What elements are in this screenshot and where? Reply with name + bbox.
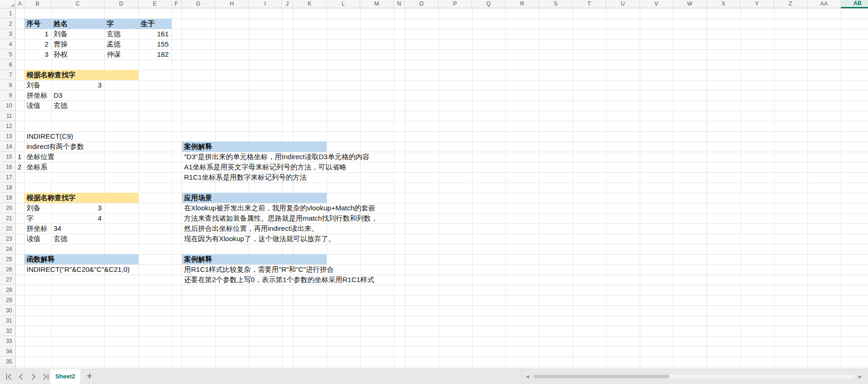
cell-G21[interactable]: 方法来查找诸如装备属性。思路就是用match找到行数和列数，: [182, 213, 378, 223]
cell-B23[interactable]: 读值: [24, 234, 41, 244]
previous-sheet-button[interactable]: [18, 373, 25, 380]
column-header-AB[interactable]: AB: [841, 0, 868, 8]
cell-G26[interactable]: 用R1C1样式比较复杂，需要用"R"和"C"进行拼合: [182, 264, 334, 275]
row-header-19[interactable]: 19: [0, 193, 16, 203]
column-header-R[interactable]: R: [506, 0, 539, 8]
column-header-U[interactable]: U: [606, 0, 640, 8]
row-header-31[interactable]: 31: [0, 316, 16, 326]
row-header-25[interactable]: 25: [0, 254, 16, 264]
row-header-17[interactable]: 17: [0, 172, 16, 182]
row-header-23[interactable]: 23: [0, 234, 16, 244]
column-header-K[interactable]: K: [293, 0, 327, 8]
row-header-26[interactable]: 26: [0, 264, 16, 275]
cell-C10[interactable]: 玄德: [51, 101, 68, 111]
row-header-13[interactable]: 13: [0, 131, 16, 141]
last-sheet-button[interactable]: [42, 373, 49, 380]
row-header-8[interactable]: 8: [0, 80, 16, 90]
cell-G20[interactable]: 在Xlookup被开发出来之前，我用复杂的vlookup+Match的套嵌: [182, 203, 376, 213]
cell-C21[interactable]: 4: [51, 213, 104, 223]
cell-D5[interactable]: 仲谋: [104, 49, 121, 60]
row-header-34[interactable]: 34: [0, 346, 16, 357]
next-sheet-button[interactable]: [30, 373, 37, 380]
cell-E2[interactable]: 生于: [138, 19, 155, 29]
cell-C9[interactable]: D3: [51, 90, 62, 101]
row-header-18[interactable]: 18: [0, 182, 16, 193]
horizontal-scrollbar[interactable]: [532, 374, 855, 379]
row-header-21[interactable]: 21: [0, 213, 16, 223]
cell-G27[interactable]: 还要在第2个参数上写0，表示第1个参数的坐标采用R1C1样式: [182, 275, 374, 285]
cell-B2[interactable]: 序号: [24, 19, 41, 29]
row-header-4[interactable]: 4: [0, 39, 16, 49]
cell-B22[interactable]: 拼坐标: [24, 223, 48, 234]
sheet-tab-sheet2[interactable]: Sheet2: [50, 369, 80, 384]
cell-B13[interactable]: INDIRECT(C9): [24, 131, 73, 141]
row-header-22[interactable]: 22: [0, 223, 16, 234]
cell-E3[interactable]: 161: [138, 29, 171, 39]
column-header-V[interactable]: V: [640, 0, 673, 8]
column-header-AA[interactable]: AA: [807, 0, 841, 8]
column-header-Q[interactable]: Q: [472, 0, 506, 8]
row-header-33[interactable]: 33: [0, 336, 16, 346]
column-header-W[interactable]: W: [673, 0, 707, 8]
cell-C20[interactable]: 3: [51, 203, 104, 213]
cell-E5[interactable]: 182: [138, 49, 171, 60]
cell-C22[interactable]: 34: [51, 223, 62, 234]
row-header-27[interactable]: 27: [0, 275, 16, 285]
column-header-M[interactable]: M: [360, 0, 394, 8]
column-header-Z[interactable]: Z: [774, 0, 807, 8]
row-header-14[interactable]: 14: [0, 141, 16, 152]
scroll-right-arrow[interactable]: ►: [857, 373, 863, 380]
row-header-32[interactable]: 32: [0, 326, 16, 336]
row-header-2[interactable]: 2: [0, 19, 16, 29]
cell-B8[interactable]: 刘备: [24, 80, 41, 90]
row-header-5[interactable]: 5: [0, 49, 16, 60]
cell-D2[interactable]: 字: [104, 19, 114, 29]
cell-G16[interactable]: A1坐标系是用英文字母来标记列号的方法，可以省略: [182, 162, 346, 172]
cell-E4[interactable]: 155: [138, 39, 171, 49]
row-header-15[interactable]: 15: [0, 152, 16, 162]
cell-B26[interactable]: INDIRECT("R"&C20&"C"&C21,0): [24, 264, 130, 275]
horizontal-scrollbar-thumb[interactable]: [533, 375, 670, 378]
row-header-7[interactable]: 7: [0, 70, 16, 80]
cell-B15[interactable]: 坐标位置: [24, 152, 55, 162]
row-header-30[interactable]: 30: [0, 305, 16, 316]
cell-B20[interactable]: 刘备: [24, 203, 41, 213]
row-header-9[interactable]: 9: [0, 90, 16, 101]
row-header-6[interactable]: 6: [0, 60, 16, 70]
cell-D4[interactable]: 孟德: [104, 39, 121, 49]
row-header-3[interactable]: 3: [0, 29, 16, 39]
cell-G23[interactable]: 现在因为有Xlookup了，这个做法就可以放弃了。: [182, 234, 335, 244]
column-header-S[interactable]: S: [539, 0, 573, 8]
row-header-10[interactable]: 10: [0, 101, 16, 111]
cell-B14[interactable]: indirect有两个参数: [24, 141, 84, 152]
column-header-I[interactable]: I: [249, 0, 282, 8]
column-header-H[interactable]: H: [215, 0, 249, 8]
cell-B10[interactable]: 读值: [24, 101, 41, 111]
cell-G19[interactable]: 应用场景: [182, 193, 212, 203]
row-header-29[interactable]: 29: [0, 295, 16, 305]
cell-B21[interactable]: 字: [24, 213, 34, 223]
cell-C3[interactable]: 刘备: [51, 29, 68, 39]
select-all-corner[interactable]: [0, 0, 16, 8]
cell-B7[interactable]: 根据名称查找字: [24, 70, 75, 80]
column-header-O[interactable]: O: [405, 0, 438, 8]
column-header-X[interactable]: X: [707, 0, 740, 8]
cell-A15[interactable]: 1: [16, 152, 24, 162]
cell-G15[interactable]: "D3"是拼出来的单元格坐标，用Indirect读取D3单元格的内容: [182, 152, 369, 162]
column-header-E[interactable]: E: [138, 0, 171, 8]
column-header-J[interactable]: J: [282, 0, 293, 8]
cell-B9[interactable]: 拼坐标: [24, 90, 48, 101]
row-header-16[interactable]: 16: [0, 162, 16, 172]
cell-G22[interactable]: 然后拼合出坐标位置，再用indirect读出来。: [182, 223, 318, 234]
row-header-35[interactable]: 35: [0, 357, 16, 367]
column-header-D[interactable]: D: [104, 0, 138, 8]
cell-B25[interactable]: 函数解释: [24, 254, 55, 264]
row-header-1[interactable]: 1: [0, 8, 16, 19]
cell-G14[interactable]: 案例解释: [182, 141, 212, 152]
first-sheet-button[interactable]: [6, 373, 13, 380]
column-header-A[interactable]: A: [16, 0, 24, 8]
cell-D3[interactable]: 玄德: [104, 29, 121, 39]
cell-C4[interactable]: 曹操: [51, 39, 68, 49]
cell-C8[interactable]: 3: [51, 80, 104, 90]
cell-G25[interactable]: 案例解释: [182, 254, 212, 264]
